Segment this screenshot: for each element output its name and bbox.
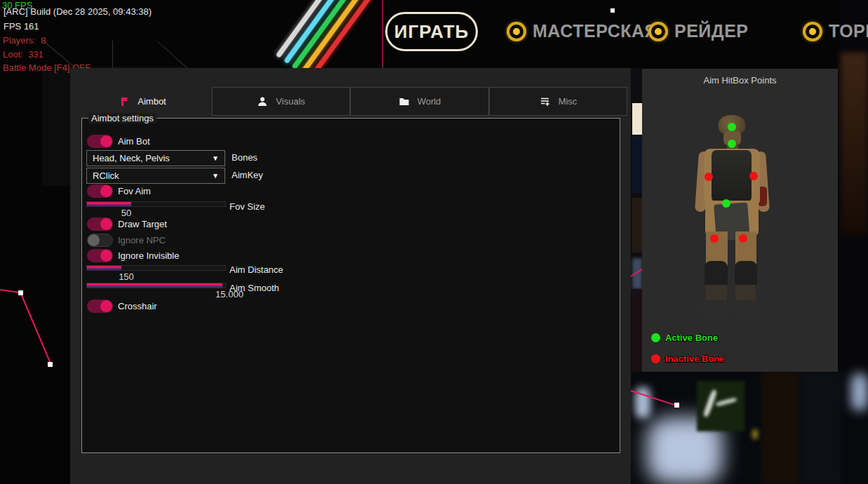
bone-point-left-shoulder <box>705 173 713 181</box>
coin-icon <box>803 22 822 41</box>
bone-point-left-thigh <box>710 234 719 243</box>
folder-icon <box>399 96 410 107</box>
ignore-invisible-label: Ignore Invisible <box>118 251 179 261</box>
menu-item-raider[interactable]: РЕЙДЕР <box>648 21 748 41</box>
bone-point-right-thigh <box>739 234 747 243</box>
esp-marker <box>48 362 53 367</box>
menu-item-label: МАСТЕРСКАЯ <box>533 21 657 41</box>
aimkey-label: AimKey <box>232 170 263 180</box>
esp-marker <box>18 290 23 295</box>
aim-distance-label: Aim Distance <box>229 265 283 275</box>
hitbox-panel-title: Aim HitBox Points <box>642 75 838 86</box>
slider-fill <box>87 266 121 270</box>
scene-strip-navy <box>632 135 642 193</box>
bone-point-neck <box>728 140 736 148</box>
draw-target-label: Draw Target <box>118 220 167 229</box>
legend-label: Active Bone <box>665 332 718 343</box>
hud-marker-dot <box>610 8 615 13</box>
aimkey-dropdown-value: RClick <box>93 170 119 181</box>
aim-bot-label: Aim Bot <box>118 137 150 147</box>
fov-aim-toggle[interactable] <box>87 184 113 198</box>
menu-item-workshop[interactable]: МАСТЕРСКАЯ <box>507 21 657 41</box>
menu-item-trade[interactable]: ТОРГО <box>803 21 868 41</box>
aim-smooth-slider[interactable] <box>86 283 226 288</box>
coin-icon <box>507 22 526 41</box>
game-screen: 30 FPS [ARC] Build (Dec 28 2025, 09:43:3… <box>0 0 868 484</box>
esp-marker <box>674 403 679 408</box>
tab-label: Visuals <box>276 96 305 107</box>
scene-strip-brown <box>632 198 642 253</box>
aim-smooth-label: Aim Smooth <box>229 283 279 293</box>
fov-size-label: Fov Size <box>229 202 265 212</box>
aim-distance-slider[interactable] <box>86 265 226 271</box>
bones-dropdown[interactable]: Head, Neck, Pelvis ▼ <box>86 150 225 166</box>
aimkey-dropdown[interactable]: RClick ▼ <box>86 168 225 184</box>
bones-label: Bones <box>232 153 258 163</box>
scene-strip-maroon <box>632 289 642 372</box>
bone-point-right-shoulder <box>749 172 758 180</box>
legend-label: Inactive Bone <box>665 354 725 364</box>
tab-label: World <box>418 96 441 107</box>
scene-exit-sign <box>697 381 745 431</box>
esp-vertical-line <box>382 0 383 68</box>
legend-active-bone: Active Bone <box>651 332 718 343</box>
slider-fill <box>87 283 222 288</box>
hud-build-label: [ARC] Build (Dec 28 2025, 09:43:38) <box>4 7 152 16</box>
menu-item-label: РЕЙДЕР <box>674 21 748 41</box>
coin-icon <box>648 22 668 41</box>
scene-rust-wall <box>841 53 868 235</box>
legend-inactive-bone: Inactive Bone <box>651 354 725 364</box>
flag-icon <box>119 96 130 107</box>
scene-strip-cream <box>632 103 642 135</box>
fov-size-value: 50 <box>105 208 147 218</box>
playlist-add-icon <box>540 96 551 107</box>
inactive-bone-dot-icon <box>651 354 660 363</box>
crosshair-label: Crosshair <box>118 302 157 311</box>
hud-players-label: Players: 8 <box>3 36 46 45</box>
active-bone-dot-icon <box>651 333 660 342</box>
tab-visuals[interactable]: Visuals <box>212 87 350 116</box>
tab-world[interactable]: World <box>350 87 489 116</box>
scene-light-blob <box>851 374 868 410</box>
hud-loot-label: Loot: 331 <box>3 50 44 59</box>
menu-item-label: ТОРГО <box>829 21 868 41</box>
bone-point-head <box>728 123 736 131</box>
bone-point-pelvis <box>722 199 730 208</box>
hitbox-dots-layer <box>691 112 775 319</box>
tab-aimbot[interactable]: Aimbot <box>76 87 209 116</box>
tab-misc[interactable]: Misc <box>489 87 627 116</box>
crosshair-toggle[interactable] <box>87 300 113 313</box>
chevron-down-icon: ▼ <box>212 154 219 162</box>
fov-size-slider[interactable] <box>86 201 226 207</box>
scene-dark-column <box>800 372 842 484</box>
hitbox-character-preview <box>691 112 775 319</box>
scene-yellow-dot <box>752 429 758 439</box>
bones-dropdown-value: Head, Neck, Pelvis <box>93 153 170 163</box>
fov-aim-label: Fov Aim <box>118 187 151 196</box>
hud-fps-label: FPS 161 <box>4 22 39 31</box>
ignore-invisible-toggle[interactable] <box>87 249 113 262</box>
tab-label: Misc <box>559 96 577 107</box>
person-icon <box>257 96 268 107</box>
chevron-down-icon: ▼ <box>212 172 219 180</box>
esp-line <box>20 294 52 366</box>
tab-label: Aimbot <box>138 96 166 107</box>
ignore-npc-toggle[interactable] <box>87 234 113 247</box>
slider-fill <box>87 202 131 206</box>
aim-bot-toggle[interactable] <box>87 135 113 148</box>
ignore-npc-label: Ignore NPC <box>118 236 166 246</box>
aim-distance-value: 150 <box>105 271 147 282</box>
scene-dark-column <box>761 372 800 484</box>
group-title: Aimbot settings <box>88 113 156 123</box>
play-button[interactable]: ИГРАТЬ <box>385 12 478 51</box>
draw-target-toggle[interactable] <box>87 217 113 231</box>
